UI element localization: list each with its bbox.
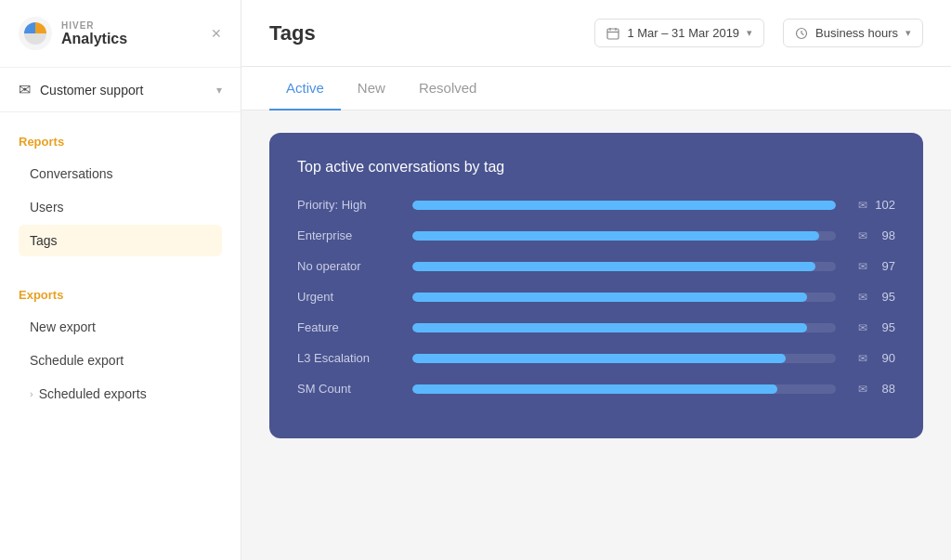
sidebar-item-schedule-export[interactable]: Schedule export [19,345,222,376]
mail-icon: ✉ [858,321,867,334]
tab-new[interactable]: New [341,67,402,111]
sidebar-logo: HIVER Analytics [19,17,127,50]
date-range-caret-icon: ▾ [747,27,752,39]
bar-label: L3 Escalation [297,351,399,365]
svg-line-7 [801,33,804,35]
sidebar-item-conversations[interactable]: Conversations [19,158,222,189]
bar-row: Enterprise ✉ 98 [297,228,895,242]
reports-section-title: Reports [19,135,222,149]
bar-label: SM Count [297,382,399,396]
content-area: Top active conversations by tag Priority… [241,111,951,560]
chevron-icon: › [30,388,33,399]
chart-card: Top active conversations by tag Priority… [269,133,923,438]
main-content: Tags 1 Mar – 31 Mar 2019 ▾ Business h [241,0,951,560]
logo-text: HIVER Analytics [61,20,127,47]
sidebar-item-tags[interactable]: Tags [19,225,222,256]
bar-fill [412,323,807,332]
mail-icon: ✉ [858,383,867,396]
bar-count-container: ✉ 97 [849,259,895,273]
mail-icon: ✉ [858,260,867,273]
sidebar-item-tags-label: Tags [30,233,58,248]
bar-row: No operator ✉ 97 [297,259,895,273]
bar-count: 95 [873,320,895,334]
bar-count: 88 [873,382,895,396]
close-icon[interactable]: ✕ [211,26,222,41]
bar-label: No operator [297,259,399,273]
bar-row: L3 Escalation ✉ 90 [297,351,895,365]
bar-track [412,384,836,394]
reports-section: Reports Conversations Users Tags [0,112,241,266]
logo-brand: HIVER [61,20,127,31]
bar-track [412,262,836,271]
bar-count: 102 [873,198,895,212]
bar-label: Priority: High [297,198,399,212]
mailbox-caret-icon: ▾ [216,84,222,97]
exports-section: Exports New export Schedule export › Sch… [0,266,241,419]
bar-row: Urgent ✉ 95 [297,290,895,304]
bar-fill [412,262,815,271]
bar-fill [412,293,807,302]
mail-icon: ✉ [858,352,867,365]
bar-label: Urgent [297,290,399,304]
svg-rect-1 [607,29,619,39]
tab-resolved[interactable]: Resolved [402,67,494,111]
bar-track [412,231,836,241]
bar-label: Enterprise [297,228,399,242]
bar-track [412,293,836,302]
bar-fill [412,231,819,241]
mailbox-icon: ✉ [19,81,31,98]
bar-count-container: ✉ 90 [849,351,895,365]
sidebar-item-scheduled-exports[interactable]: › Scheduled exports [19,378,222,410]
tabs-container: Active New Resolved [241,67,951,111]
sidebar-item-schedule-export-label: Schedule export [30,353,124,368]
mail-icon: ✉ [858,199,867,212]
hiver-logo-icon [19,17,52,50]
bar-label: Feature [297,320,399,334]
bar-row: SM Count ✉ 88 [297,382,895,396]
bar-count: 95 [873,290,895,304]
sidebar: HIVER Analytics ✕ ✉ Customer support ▾ R… [0,0,241,560]
mail-icon: ✉ [858,291,867,304]
mail-icon: ✉ [858,229,867,242]
mailbox-label: Customer support [40,83,207,98]
bar-track [412,323,836,332]
page-title: Tags [269,21,316,46]
bar-count-container: ✉ 98 [849,228,895,242]
business-hours-picker[interactable]: Business hours ▾ [783,19,923,47]
bar-count-container: ✉ 95 [849,320,895,334]
bar-row: Feature ✉ 95 [297,320,895,334]
header-controls: 1 Mar – 31 Mar 2019 ▾ Business hours ▾ [594,19,923,47]
business-hours-label: Business hours [815,26,898,40]
mailbox-selector[interactable]: ✉ Customer support ▾ [0,68,241,112]
bar-count-container: ✉ 88 [849,382,895,396]
date-range-picker[interactable]: 1 Mar – 31 Mar 2019 ▾ [594,19,764,47]
bar-track [412,201,836,210]
calendar-icon [606,27,619,40]
sidebar-item-new-export[interactable]: New export [19,311,222,343]
bar-count: 98 [873,228,895,242]
sidebar-header: HIVER Analytics ✕ [0,0,241,68]
sidebar-item-conversations-label: Conversations [30,166,113,181]
bar-count-container: ✉ 95 [849,290,895,304]
bar-count: 90 [873,351,895,365]
bar-row: Priority: High ✉ 102 [297,198,895,212]
tab-active[interactable]: Active [269,67,341,111]
bar-track [412,354,836,363]
sidebar-item-new-export-label: New export [30,319,96,334]
clock-icon [795,27,808,40]
sidebar-item-scheduled-exports-label: Scheduled exports [39,386,147,401]
bar-fill [412,354,786,363]
chart-rows: Priority: High ✉ 102 Enterprise ✉ 98 No … [297,198,895,396]
main-header: Tags 1 Mar – 31 Mar 2019 ▾ Business h [241,0,951,67]
business-hours-caret-icon: ▾ [905,27,911,39]
bar-count: 97 [873,259,895,273]
logo-product: Analytics [61,31,127,47]
bar-fill [412,201,836,210]
date-range-label: 1 Mar – 31 Mar 2019 [627,26,739,40]
bar-count-container: ✉ 102 [849,198,895,212]
exports-section-title: Exports [19,288,222,302]
sidebar-item-users-label: Users [30,200,64,215]
sidebar-item-users[interactable]: Users [19,191,222,223]
bar-fill [412,384,777,394]
chart-title: Top active conversations by tag [297,159,895,176]
